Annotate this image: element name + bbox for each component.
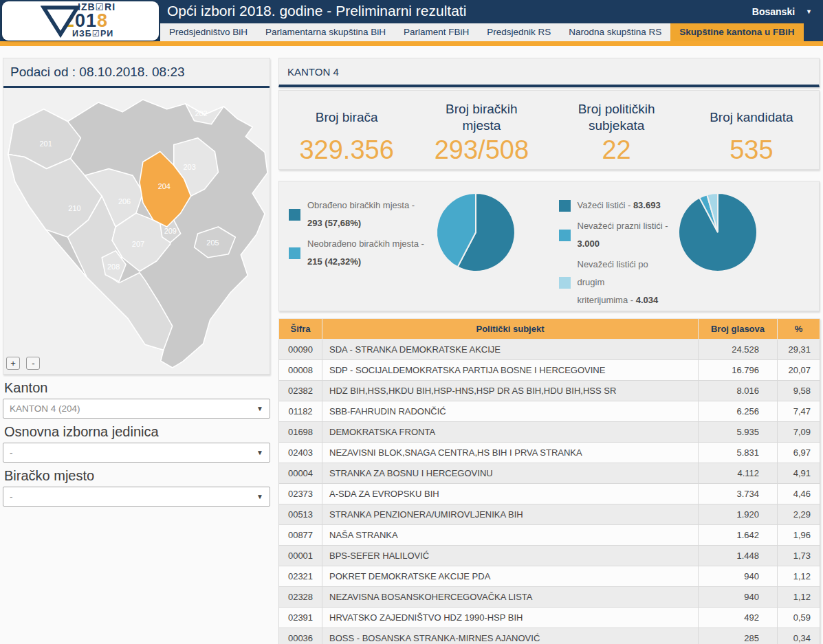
cell-percent: 20,07 — [778, 360, 820, 381]
cell-votes: 940 — [699, 587, 778, 608]
map-panel: Podaci od : 08.10.2018. 08:23 2012102062… — [3, 58, 270, 375]
filter-select-1[interactable]: -▼ — [3, 443, 270, 463]
cell-votes: 8.016 — [699, 381, 778, 401]
cell-party: SDA - STRANKA DEMOKRATSKE AKCIJE — [322, 340, 699, 360]
column-header-3: % — [778, 319, 820, 340]
cell-percent: 1,12 — [778, 566, 820, 587]
stat-label: Broj političkih subjekata — [549, 101, 684, 134]
cell-votes: 4.112 — [699, 463, 778, 484]
table-row: 02403NEZAVISNI BLOK,SNAGA CENTRA,HS BIH … — [279, 443, 820, 463]
cell-votes: 5.935 — [699, 422, 778, 443]
cell-code: 00513 — [279, 504, 322, 525]
nav-tab-1[interactable]: Parlamentarna skupština BiH — [256, 23, 395, 41]
cell-code: 02382 — [279, 381, 322, 401]
table-row: 00036BOSS - BOSANSKA STRANKA-MIRNES AJAN… — [279, 628, 820, 644]
legend-item: Obrađeno biračkih mjesta -293 (57,68%) — [289, 197, 433, 232]
table-row: 02321POKRET DEMOKRATSKE AKCIJE PDA9401,1… — [279, 566, 820, 587]
map-zoom-out-button[interactable]: - — [26, 357, 40, 370]
cell-votes: 285 — [699, 628, 778, 644]
cell-party: NEZAVISNI BLOK,SNAGA CENTRA,HS BIH I PRV… — [322, 443, 699, 463]
pie-chart — [675, 190, 760, 275]
cell-party: POKRET DEMOKRATSKE AKCIJE PDA — [322, 566, 699, 587]
cell-votes: 940 — [699, 566, 778, 587]
table-row: 01698DEMOKRATSKA FRONTA5.9357,09 — [279, 422, 820, 443]
cell-percent: 0,59 — [778, 608, 820, 628]
nav-tab-0[interactable]: Predsjedništvo BiH — [160, 23, 256, 41]
nav-tab-4[interactable]: Narodna skupština RS — [560, 23, 670, 41]
map-zoom-in-button[interactable]: + — [6, 357, 20, 370]
bih-map: 201210206207208209203202205204 — [3, 89, 270, 370]
table-row: 00001BPS-SEFER HALILOVIĆ1.4481,73 — [279, 546, 820, 566]
filter-select-2[interactable]: -▼ — [3, 487, 270, 507]
table-header-row: ŠifraPolitički subjektBroj glasova% — [279, 319, 820, 340]
legend-item: Neobrađeno biračkih mjesta -215 (42,32%) — [289, 235, 433, 271]
cell-percent: 1,73 — [778, 546, 820, 566]
main-nav: Predsjedništvo BiHParlamentarna skupštin… — [160, 23, 823, 41]
column-header-0: Šifra — [279, 319, 322, 340]
legend-item: Važeći listići - 83.693 — [559, 197, 676, 214]
filter-label-0: Kanton — [4, 380, 270, 396]
results-table: ŠifraPolitički subjektBroj glasova% 0009… — [278, 318, 820, 644]
cell-party: HDZ BIH,HSS,HKDU BIH,HSP-HNS,HSP DR AS B… — [322, 381, 699, 401]
table-row: 00004STRANKA ZA BOSNU I HERCEGOVINU4.112… — [279, 463, 820, 484]
cell-party: SBB-FAHRUDIN RADONČIĆ — [322, 401, 699, 422]
data-timestamp: Podaci od : 08.10.2018. 08:23 — [3, 58, 270, 88]
cell-code: 00877 — [279, 525, 322, 546]
sidebar: Podaci od : 08.10.2018. 08:23 2012102062… — [3, 58, 270, 507]
cell-party: DEMOKRATSKA FRONTA — [322, 422, 699, 443]
main-content: KANTON 4 Broj birača329.356Broj biračkih… — [278, 58, 820, 644]
chart-ballots: Važeći listići - 83.693Nevažeći prazni l… — [549, 181, 820, 311]
cell-party: HRVATSKO ZAJEDNIŠTVO HDZ 1990-HSP BIH — [322, 608, 699, 628]
cell-code: 01698 — [279, 422, 322, 443]
pie-charts-panel: Obrađeno biračkih mjesta -293 (57,68%)Ne… — [278, 181, 820, 311]
cell-percent: 4,46 — [778, 484, 820, 504]
filter-label-1: Osnovna izborna jedinica — [4, 424, 270, 440]
stat-0: Broj birača329.356 — [279, 91, 414, 169]
chevron-down-icon: ▼ — [256, 443, 263, 462]
cell-votes: 3.734 — [699, 484, 778, 504]
cell-code: 00008 — [279, 360, 322, 381]
cell-percent: 6,97 — [778, 443, 820, 463]
cell-code: 00004 — [279, 463, 322, 484]
stat-value: 535 — [684, 135, 819, 165]
filter-select-0[interactable]: KANTON 4 (204)▼ — [3, 399, 270, 419]
stat-label: Broj birača — [279, 101, 414, 134]
language-selector[interactable]: Bosanski▼ — [752, 6, 812, 17]
stat-value: 293/508 — [414, 135, 549, 165]
stat-1: Broj biračkih mjesta293/508 — [414, 91, 549, 169]
cell-percent: 1,12 — [778, 587, 820, 608]
table-row: 00008SDP - SOCIJALDEMOKRATSKA PARTIJA BO… — [279, 360, 820, 381]
cell-code: 00090 — [279, 340, 322, 360]
logo[interactable]: IZB☑RI 2018 ИЗБ☑РИ — [2, 1, 159, 41]
cell-code: 02373 — [279, 484, 322, 504]
legend-swatch-icon — [559, 277, 571, 289]
chevron-down-icon: ▼ — [256, 399, 263, 418]
legend-swatch-icon — [289, 209, 300, 221]
cell-percent: 4,91 — [778, 463, 820, 484]
page-title: Opći izbori 2018. godine - Preliminarni … — [167, 3, 466, 19]
cell-party: BOSS - BOSANSKA STRANKA-MIRNES AJANOVIĆ — [322, 628, 699, 644]
table-row: 02382HDZ BIH,HSS,HKDU BIH,HSP-HNS,HSP DR… — [279, 381, 820, 401]
region-title-panel: KANTON 4 — [278, 58, 820, 87]
nav-tab-5[interactable]: Skupštine kantona u FBiH — [670, 23, 803, 41]
filter-label-2: Biračko mjesto — [4, 468, 270, 484]
cell-party: STRANKA PENZIONERA/UMIROVLJENIKA BIH — [322, 504, 699, 525]
summary-stats-panel: Broj birača329.356Broj biračkih mjesta29… — [278, 90, 820, 170]
table-row: 01182SBB-FAHRUDIN RADONČIĆ6.2567,47 — [279, 401, 820, 422]
column-header-2: Broj glasova — [699, 319, 778, 340]
cell-code: 02321 — [279, 566, 322, 587]
cell-votes: 1.448 — [699, 546, 778, 566]
chart-polling-stations: Obrađeno biračkih mjesta -293 (57,68%)Ne… — [279, 181, 549, 311]
nav-tab-3[interactable]: Predsjednik RS — [478, 23, 560, 41]
stat-value: 329.356 — [279, 135, 414, 165]
cell-votes: 1.642 — [699, 525, 778, 546]
table-row: 00090SDA - STRANKA DEMOKRATSKE AKCIJE24.… — [279, 340, 820, 360]
table-row: 02373A-SDA ZA EVROPSKU BIH3.7344,46 — [279, 484, 820, 504]
cell-code: 00001 — [279, 546, 322, 566]
cell-party: STRANKA ZA BOSNU I HERCEGOVINU — [322, 463, 699, 484]
nav-tab-2[interactable]: Parlament FBiH — [395, 23, 478, 41]
cell-percent: 1,96 — [778, 525, 820, 546]
cell-party: BPS-SEFER HALILOVIĆ — [322, 546, 699, 566]
table-row: 02391HRVATSKO ZAJEDNIŠTVO HDZ 1990-HSP B… — [279, 608, 820, 628]
cell-percent: 7,47 — [778, 401, 820, 422]
